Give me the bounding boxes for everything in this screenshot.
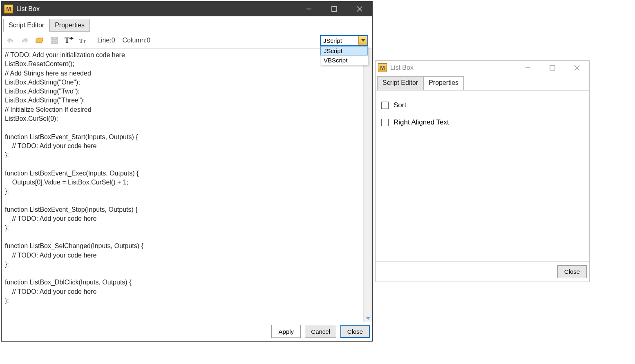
tab-properties[interactable]: Properties	[423, 76, 464, 90]
sort-label: Sort	[394, 101, 406, 109]
toolbar: T T T Line:0 Column:0 JScript JScrip	[2, 32, 372, 49]
column-label: Column:	[122, 37, 147, 44]
language-option-jscript[interactable]: JScript	[320, 46, 368, 55]
titlebar: M List Box	[2, 2, 372, 16]
chevron-down-icon	[361, 39, 365, 42]
close-button[interactable]: Close	[557, 265, 587, 278]
open-button[interactable]	[35, 36, 44, 45]
language-combobox[interactable]: JScript	[320, 35, 368, 46]
save-button[interactable]	[50, 36, 59, 45]
tab-strip: Script Editor Properties	[376, 75, 589, 90]
properties-panel: Sort Right Aligned Text	[376, 91, 589, 137]
window-title: List Box	[16, 5, 40, 13]
cancel-button[interactable]: Cancel	[305, 325, 336, 338]
maximize-icon	[331, 6, 337, 12]
apply-button[interactable]: Apply	[271, 325, 301, 338]
language-selected: JScript	[321, 37, 358, 44]
maximize-button[interactable]	[322, 2, 347, 16]
right-align-checkbox-row[interactable]: Right Aligned Text	[381, 118, 584, 127]
close-icon	[357, 6, 362, 12]
minimize-button[interactable]	[296, 2, 322, 16]
undo-icon	[6, 37, 15, 44]
svg-text:T: T	[83, 39, 86, 44]
window-title: List Box	[390, 64, 414, 71]
close-icon	[574, 65, 580, 71]
language-option-vbscript[interactable]: VBScript	[320, 55, 368, 65]
minimize-icon	[306, 6, 312, 12]
folder-open-icon	[35, 37, 44, 44]
minimize-button[interactable]	[516, 61, 540, 75]
scroll-down-button[interactable]	[364, 317, 372, 321]
titlebar: M List Box	[376, 61, 589, 75]
right-align-label: Right Aligned Text	[394, 118, 449, 127]
properties-window: M List Box Script Editor Properties Sort	[375, 60, 590, 282]
language-dropdown-list: JScript VBScript	[320, 46, 368, 65]
footer-buttons: Apply Cancel Close	[2, 322, 372, 341]
redo-button[interactable]	[20, 36, 29, 45]
redo-icon	[20, 37, 29, 44]
svg-rect-5	[52, 37, 56, 40]
sort-checkbox-row[interactable]: Sort	[381, 101, 584, 109]
language-dropdown-button[interactable]	[358, 36, 367, 45]
tab-properties[interactable]: Properties	[49, 19, 90, 32]
script-editor-window: M List Box Script Editor Properties	[1, 1, 373, 342]
font-increase-icon: T	[65, 36, 74, 44]
maximize-icon	[550, 65, 555, 71]
footer-buttons: Close	[376, 261, 589, 282]
svg-marker-10	[361, 39, 365, 42]
undo-button[interactable]	[6, 36, 15, 45]
svg-marker-11	[366, 317, 370, 320]
chevron-down-icon	[366, 317, 371, 321]
right-align-checkbox[interactable]	[381, 119, 389, 126]
line-label: Line:	[97, 37, 112, 44]
svg-text:T: T	[65, 36, 69, 44]
svg-rect-13	[550, 65, 555, 70]
svg-rect-1	[332, 7, 337, 11]
line-status: Line:0 Column:0	[97, 37, 150, 44]
maximize-button[interactable]	[540, 61, 565, 75]
save-icon	[50, 36, 58, 44]
tab-script-editor[interactable]: Script Editor	[3, 19, 49, 32]
font-decrease-button[interactable]: T T	[79, 36, 88, 45]
app-icon: M	[4, 4, 13, 13]
minimize-icon	[525, 65, 531, 71]
column-value: 0	[147, 37, 150, 44]
app-icon: M	[378, 63, 387, 72]
font-increase-button[interactable]: T	[65, 36, 74, 45]
font-decrease-icon: T T	[79, 36, 88, 44]
line-value: 0	[112, 37, 115, 44]
close-window-button[interactable]	[347, 2, 372, 16]
tab-script-editor[interactable]: Script Editor	[377, 76, 423, 90]
vertical-scrollbar[interactable]	[363, 49, 372, 322]
close-window-button[interactable]	[565, 61, 589, 75]
tab-strip: Script Editor Properties	[2, 16, 372, 32]
close-button[interactable]: Close	[340, 325, 370, 338]
code-editor[interactable]: // TODO: Add your initialization code he…	[2, 49, 363, 322]
svg-rect-6	[53, 41, 56, 44]
sort-checkbox[interactable]	[381, 102, 389, 109]
